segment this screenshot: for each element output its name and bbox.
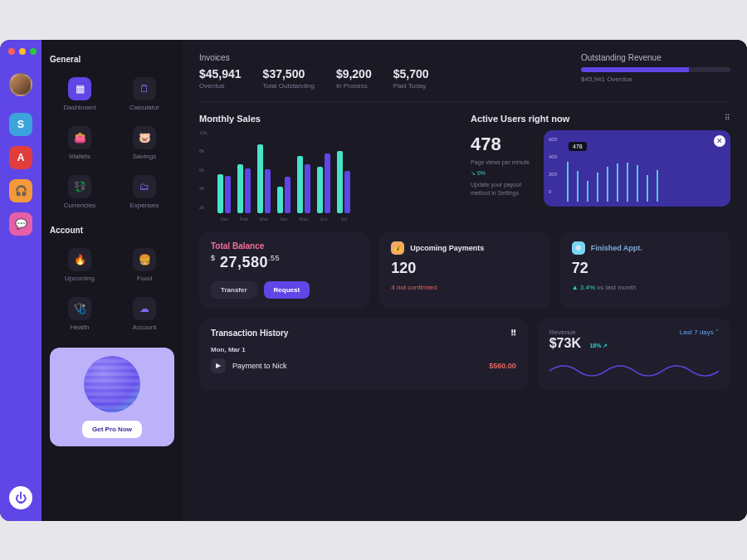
expenses-icon: 🗂	[133, 175, 156, 198]
transfer-button[interactable]: Transfer	[211, 281, 257, 299]
total-balance-card: Total Balance $ 27,580.55 Transfer Reque…	[199, 231, 369, 309]
chart-tooltip: 478	[569, 142, 587, 151]
invoice-stat: $9,200In Process	[336, 67, 372, 90]
history-title: Transaction History	[211, 329, 288, 338]
invoice-stat: $45,941Overdue	[199, 67, 242, 90]
revenue-amount: $73K	[549, 336, 581, 350]
sidebar-item-savings[interactable]: 🐷Savings	[115, 121, 174, 165]
play-icon: ▶	[211, 358, 226, 373]
invoice-stat: $37,500Total Outstanding	[263, 67, 315, 90]
avatar[interactable]	[9, 73, 32, 96]
active-users-pct: ↘ 6%	[471, 170, 535, 177]
active-users-value: 478	[471, 134, 535, 155]
revenue-label: Revenue	[549, 329, 576, 336]
revenue-filter[interactable]: Last 7 days ˅	[680, 329, 719, 336]
rail-app-chat[interactable]: 💬	[9, 212, 32, 236]
sidebar-item-currencies[interactable]: 💱Currencies	[50, 170, 110, 214]
rail-app-a[interactable]: A	[9, 146, 32, 169]
upcoming-payments-card: 💰 Upcoming Payments 120 4 not confirmed	[379, 231, 549, 309]
sidebar-item-label: Dashboard	[63, 104, 95, 111]
bar-column: May	[297, 139, 310, 222]
transaction-amount: $560.00	[489, 362, 516, 370]
upcoming-warn: 4 not confirmed	[391, 284, 538, 291]
health-icon: 🩺	[68, 297, 91, 320]
close-icon[interactable]	[8, 48, 15, 55]
active-users-card: ⠿ Active Users right now 478 Page views …	[471, 114, 730, 222]
dashboard-icon: ▦	[68, 77, 91, 100]
active-users-title: Active Users right now	[471, 114, 730, 124]
minimize-icon[interactable]	[19, 48, 26, 55]
revenue-card: Revenue Last 7 days ˅ $73K 18% ↗	[538, 319, 730, 391]
expand-icon[interactable]: ⠿	[725, 114, 730, 122]
finished-icon: ❄	[572, 241, 585, 255]
bar-column: Jun	[317, 139, 330, 222]
calculator-icon: 🗒	[133, 77, 156, 100]
savings-icon: 🐷	[133, 126, 156, 149]
monthly-sales-card: Monthly Sales 10k8k6k4k2k JanFebMarAprMa…	[199, 114, 459, 222]
sidebar-item-health[interactable]: 🩺Health	[50, 292, 110, 336]
app-rail: S A 🎧 💬 ⏻	[0, 40, 42, 521]
currencies-icon: 💱	[68, 175, 91, 198]
transaction-history-card: Transaction History ⠿ Mon, Mar 1 ▶ Payme…	[199, 319, 528, 391]
bar-column: Feb	[237, 139, 251, 222]
sidebar-item-label: Expenses	[129, 202, 159, 209]
finished-appt-card: ❄ Finished Appt. 72 ▲ 3.4% vs last month	[560, 231, 730, 309]
sidebar-item-label: Health	[70, 324, 89, 331]
wallets-icon: 👛	[68, 126, 91, 149]
window-controls[interactable]	[8, 48, 37, 55]
sidebar-item-wallets[interactable]: 👛Wallets	[50, 121, 110, 165]
sidebar-item-food[interactable]: 🍔Food	[115, 243, 174, 287]
bar-column: Jan	[217, 139, 231, 222]
invoices-label: Invoices	[199, 53, 558, 62]
bar-column: Jul	[337, 139, 350, 222]
sidebar-item-label: Account	[133, 324, 157, 331]
sidebar-item-label: Upcoming	[65, 275, 95, 282]
sidebar: General ▦Dashboard🗒Calculator👛Wallets🐷Sa…	[42, 40, 183, 521]
get-pro-button[interactable]: Get Pro Now	[82, 421, 142, 438]
upcoming-icon: 💰	[391, 241, 404, 255]
upcoming-icon: 🔥	[68, 248, 91, 271]
account-icon: ☁	[133, 297, 156, 320]
request-button[interactable]: Request	[264, 281, 310, 299]
bar-column: Mar	[257, 139, 271, 222]
sidebar-item-upcoming[interactable]: 🔥Upcoming	[50, 243, 110, 287]
sidebar-item-label: Wallets	[69, 153, 90, 160]
invoice-stat: $5,700Paid Today	[393, 67, 429, 90]
total-balance-amount: $ 27,580.55	[211, 254, 358, 271]
transaction-label: Payment to Nick	[232, 362, 287, 370]
rail-app-s[interactable]: S	[9, 113, 32, 136]
active-users-sub: Page views per minute	[471, 158, 535, 167]
maximize-icon[interactable]	[30, 48, 37, 55]
power-icon[interactable]: ⏻	[9, 486, 32, 509]
close-icon[interactable]: ✕	[714, 135, 725, 147]
sidebar-item-label: Food	[137, 275, 152, 282]
active-users-note: Update your payout method in Settings	[471, 181, 535, 197]
sidebar-item-expenses[interactable]: 🗂Expenses	[115, 170, 174, 214]
upcoming-label: Upcoming Payments	[410, 244, 484, 252]
outstanding-progress	[581, 67, 730, 72]
outstanding-label: Outstanding Revenue	[581, 53, 730, 62]
promo-graphic	[84, 356, 140, 412]
monthly-sales-title: Monthly Sales	[199, 114, 459, 124]
bar-column: Apr	[277, 139, 290, 222]
history-options-icon[interactable]: ⠿	[510, 329, 516, 338]
active-users-chart: ✕ 478 6004002000	[544, 130, 730, 207]
sidebar-item-label: Savings	[133, 153, 156, 160]
sidebar-item-label: Currencies	[64, 202, 96, 209]
promo-card: Get Pro Now	[50, 348, 174, 446]
total-balance-label: Total Balance	[211, 241, 358, 251]
sidebar-section-general: General	[50, 55, 174, 64]
upcoming-value: 120	[391, 260, 538, 277]
sidebar-item-calculator[interactable]: 🗒Calculator	[115, 72, 174, 116]
rail-app-support[interactable]: 🎧	[9, 179, 32, 202]
table-row[interactable]: ▶ Payment to Nick $560.00	[211, 358, 516, 373]
finished-label: Finished Appt.	[591, 244, 642, 252]
sidebar-item-dashboard[interactable]: ▦Dashboard	[50, 72, 110, 116]
outstanding-caption: $45,941 Overdue	[581, 75, 730, 83]
sidebar-item-account[interactable]: ☁Account	[115, 292, 174, 336]
finished-value: 72	[572, 260, 719, 277]
history-date: Mon, Mar 1	[211, 346, 516, 353]
revenue-pct: 18% ↗	[589, 343, 608, 348]
revenue-sparkline	[549, 356, 719, 381]
sidebar-item-label: Calculator	[129, 104, 159, 111]
